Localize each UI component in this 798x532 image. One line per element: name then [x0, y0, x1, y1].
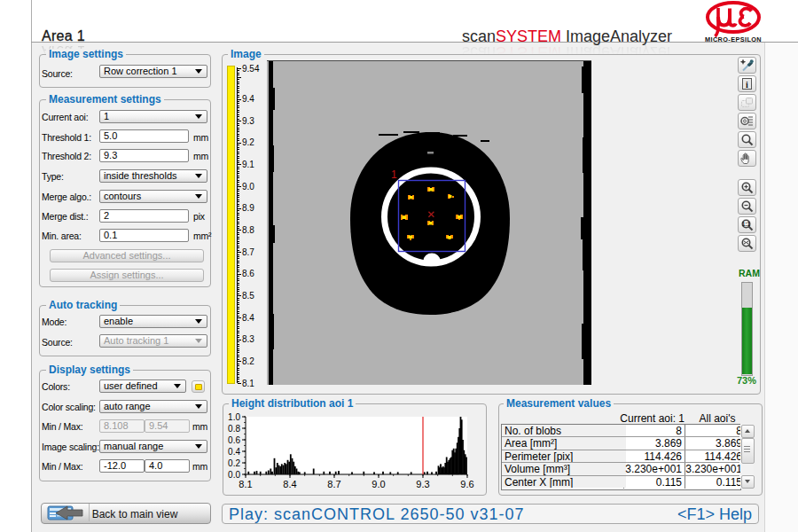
- svg-text:0.2: 0.2: [228, 458, 240, 468]
- svg-text:9.6: 9.6: [460, 479, 473, 489]
- svg-text:9.0: 9.0: [242, 182, 254, 192]
- svg-text:8.8: 8.8: [242, 225, 254, 235]
- svg-text:0.0: 0.0: [228, 470, 240, 480]
- svg-text:9.54: 9.54: [242, 64, 260, 74]
- svg-text:8.9: 8.9: [242, 203, 254, 213]
- svg-text:8.1: 8.1: [239, 479, 252, 489]
- svg-text:8.7: 8.7: [327, 479, 340, 489]
- svg-text:9.1: 9.1: [242, 160, 254, 169]
- svg-text:8.4: 8.4: [242, 313, 254, 323]
- svg-text:9.4: 9.4: [242, 94, 254, 104]
- svg-text:i: i: [746, 80, 748, 90]
- svg-text:9.3: 9.3: [416, 479, 429, 489]
- svg-text:1:1: 1:1: [742, 221, 751, 227]
- svg-text:8.4: 8.4: [283, 479, 296, 489]
- svg-text:8.2: 8.2: [242, 356, 254, 366]
- svg-text:9.0: 9.0: [372, 479, 385, 489]
- svg-text:8.3: 8.3: [242, 334, 254, 344]
- svg-text:0.6: 0.6: [228, 435, 240, 445]
- svg-text:0.8: 0.8: [228, 424, 240, 434]
- svg-text:0.4: 0.4: [228, 447, 240, 457]
- svg-text:8.1: 8.1: [242, 379, 254, 388]
- svg-text:8.5: 8.5: [242, 291, 254, 301]
- svg-text:9.2: 9.2: [242, 137, 254, 147]
- svg-text:1.0: 1.0: [228, 412, 240, 422]
- svg-text:1: 1: [391, 168, 397, 181]
- svg-text:8.7: 8.7: [242, 247, 254, 257]
- svg-text:8.6: 8.6: [242, 269, 254, 278]
- svg-text:9.3: 9.3: [242, 116, 254, 126]
